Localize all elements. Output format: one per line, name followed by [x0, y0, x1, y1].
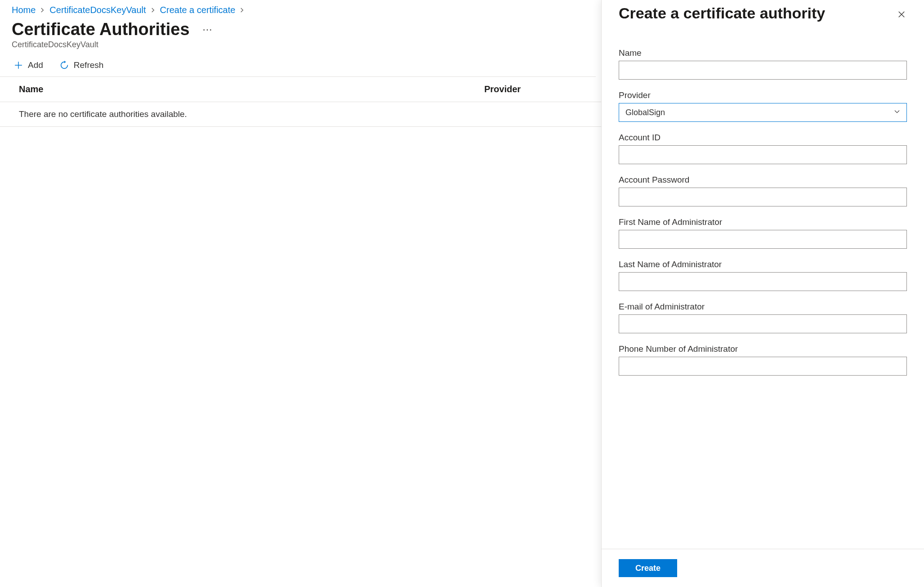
phone-label: Phone Number of Administrator: [619, 344, 907, 354]
provider-select[interactable]: GlobalSign: [619, 103, 907, 122]
table-header-row: Name Provider: [0, 77, 601, 102]
refresh-button[interactable]: Refresh: [58, 59, 106, 71]
account-password-input[interactable]: [619, 188, 907, 206]
create-button[interactable]: Create: [619, 559, 677, 577]
panel-header: Create a certificate authority: [602, 0, 924, 23]
create-ca-panel: Create a certificate authority Name Prov…: [601, 0, 924, 587]
close-icon: [897, 10, 906, 20]
field-account-id: Account ID: [619, 133, 907, 164]
field-phone: Phone Number of Administrator: [619, 344, 907, 376]
first-name-label: First Name of Administrator: [619, 217, 907, 227]
provider-label: Provider: [619, 90, 907, 100]
chevron-right-icon: [240, 8, 245, 13]
table-empty-message: There are no certificate authorities ava…: [0, 102, 601, 127]
refresh-icon: [59, 60, 69, 70]
breadcrumb-link-keyvault[interactable]: CertificateDocsKeyVault: [49, 4, 146, 16]
panel-title: Create a certificate authority: [619, 4, 825, 22]
email-input[interactable]: [619, 314, 907, 333]
email-label: E-mail of Administrator: [619, 302, 907, 312]
field-last-name: Last Name of Administrator: [619, 260, 907, 291]
field-name: Name: [619, 48, 907, 80]
account-id-input[interactable]: [619, 145, 907, 164]
ellipsis-icon: ⋯: [202, 24, 212, 35]
plus-icon: [13, 60, 23, 70]
breadcrumb-link-home[interactable]: Home: [12, 4, 36, 16]
chevron-right-icon: [151, 8, 156, 13]
column-header-provider[interactable]: Provider: [484, 84, 601, 94]
panel-footer: Create: [602, 549, 924, 587]
toolbar: Add Refresh: [0, 57, 596, 77]
more-button[interactable]: ⋯: [200, 24, 215, 36]
panel-body: Name Provider GlobalSign Account ID Acco…: [602, 23, 924, 549]
breadcrumb-link-create-certificate[interactable]: Create a certificate: [160, 4, 236, 16]
close-button[interactable]: [894, 7, 909, 23]
add-button-label: Add: [28, 60, 43, 70]
provider-select-value: GlobalSign: [619, 103, 907, 122]
column-header-name[interactable]: Name: [19, 84, 484, 94]
breadcrumb: Home CertificateDocsKeyVault Create a ce…: [0, 0, 601, 16]
phone-input[interactable]: [619, 357, 907, 376]
ca-table: Name Provider There are no certificate a…: [0, 77, 601, 127]
last-name-label: Last Name of Administrator: [619, 260, 907, 269]
account-id-label: Account ID: [619, 133, 907, 143]
field-provider: Provider GlobalSign: [619, 90, 907, 122]
chevron-right-icon: [40, 8, 45, 13]
field-first-name: First Name of Administrator: [619, 217, 907, 249]
first-name-input[interactable]: [619, 230, 907, 249]
main-content: Home CertificateDocsKeyVault Create a ce…: [0, 0, 601, 587]
field-email: E-mail of Administrator: [619, 302, 907, 333]
page-title: Certificate Authorities: [12, 20, 190, 39]
last-name-input[interactable]: [619, 272, 907, 291]
page-heading: Certificate Authorities ⋯: [0, 16, 601, 39]
name-input[interactable]: [619, 61, 907, 80]
field-account-password: Account Password: [619, 175, 907, 206]
account-password-label: Account Password: [619, 175, 907, 185]
page-subtitle: CertificateDocsKeyVault: [0, 39, 601, 57]
refresh-button-label: Refresh: [74, 60, 104, 70]
add-button[interactable]: Add: [12, 59, 45, 71]
name-label: Name: [619, 48, 907, 58]
